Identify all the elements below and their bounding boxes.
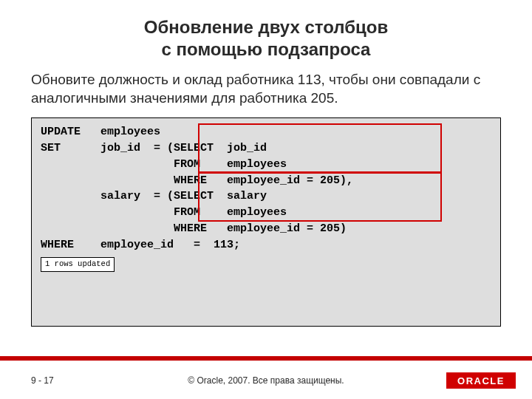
- slide-container: Обновление двух столбцов с помощью подза…: [0, 0, 532, 399]
- sql-code: UPDATE employees SET job_id = (SELECT jo…: [41, 126, 353, 250]
- title-line2: с помощью подзапроса: [0, 38, 532, 61]
- footer-bar: 9 - 17 © Oracle, 2007. Все права защищен…: [0, 369, 532, 399]
- oracle-logo: ORACLE: [446, 372, 516, 389]
- status-message: 1 rows updated: [41, 257, 115, 271]
- slide-title: Обновление двух столбцов с помощью подза…: [0, 0, 532, 61]
- footer-stripe: [0, 356, 532, 361]
- sql-code-block: UPDATE employees SET job_id = (SELECT jo…: [31, 117, 501, 327]
- instruction-text: Обновите должность и оклад работника 113…: [0, 61, 532, 116]
- title-line1: Обновление двух столбцов: [144, 17, 388, 37]
